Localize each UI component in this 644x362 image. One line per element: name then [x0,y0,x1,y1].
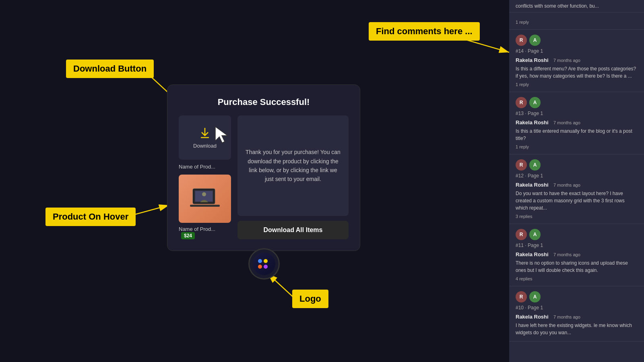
comment-12-meta: #12 · Page 1 [516,173,638,179]
comment-11-meta: #11 · Page 1 [516,243,638,248]
product-hover-card[interactable] [179,175,231,223]
price-badge: $24 [181,232,195,239]
sidebar-top-text: conflicts with some other function, bu..… [509,0,644,12]
comment-13-time: 7 months ago [553,120,580,125]
product-image [179,175,231,223]
comment-12-author: Rakela Roshi [516,182,549,188]
download-button[interactable]: Download [179,115,231,160]
product-name-top: Name of Prod... [179,164,231,170]
comment-13-author-line: Rakela Roshi 7 months ago [516,119,638,126]
avatar-g-13: A [529,97,541,108]
comment-14-author: Rakela Roshi [516,57,549,63]
comment-11-avatars: R A [516,229,638,240]
modal-body: Download Name of Prod... [179,115,349,239]
avatar-r: R [516,35,527,46]
avatar-g-10: A [529,291,541,302]
sidebar-comment-13[interactable]: R A #13 · Page 1 Rakela Roshi 7 months a… [509,92,644,154]
avatar-g-12: A [529,159,541,171]
comment-12-text: Do you want to have the exact layout her… [516,190,638,212]
comment-10-author: Rakela Roshi [516,314,549,320]
purchase-modal: Purchase Successful! Download Name of Pr… [167,84,360,251]
download-icon [198,126,211,141]
product-on-hover-annotation: Product On Hover [45,208,136,226]
avatar-g-11: A [529,229,541,240]
sidebar-reply-count-top: 1 reply [509,12,644,30]
comment-13-meta: #13 · Page 1 [516,111,638,116]
logo [253,253,275,275]
logo-container[interactable] [250,249,279,278]
comment-13-avatars: R A [516,97,638,108]
comment-14-meta: #14 · Page 1 [516,48,638,54]
download-button-annotation: Download Button [66,60,154,78]
reply-count-top: 1 reply [516,20,638,25]
comment-10-meta: #10 · Page 1 [516,305,638,311]
comment-11-author-line: Rakela Roshi 7 months ago [516,251,638,258]
download-all-button[interactable]: Download All Items [237,221,349,239]
sidebar-comment-12[interactable]: R A #12 · Page 1 Rakela Roshi 7 months a… [509,154,644,224]
comment-14-avatars: R A [516,35,638,46]
logo-dot-orange [258,265,262,269]
avatar-r-10: R [516,291,527,302]
comment-11-author: Rakela Roshi [516,251,549,257]
logo-dots [258,259,270,269]
logo-dot-purple [264,265,268,269]
comment-14-time: 7 months ago [553,58,580,63]
find-comments-annotation: Find comments here ... [369,22,480,41]
modal-title: Purchase Successful! [179,97,349,107]
sidebar-comment-14[interactable]: R A #14 · Page 1 Rakela Roshi 7 months a… [509,30,644,92]
comment-14-author-line: Rakela Roshi 7 months ago [516,56,638,64]
logo-dot-yellow [264,259,268,263]
avatar-g: A [529,35,541,46]
comment-12-replies: 3 replies [516,214,638,219]
comment-13-replies: 1 reply [516,144,638,149]
modal-left-column: Download Name of Prod... [179,115,231,239]
comment-14-text: Is this a different menu? Are those the … [516,65,638,80]
comment-12-author-line: Rakela Roshi 7 months ago [516,181,638,188]
comments-sidebar: conflicts with some other function, bu..… [509,0,644,362]
avatar-r-12: R [516,159,527,171]
product-name-bottom: Name of Prod... $24 [179,226,231,239]
avatar-r-11: R [516,229,527,240]
comment-10-text: I have left here the existing widgets. l… [516,322,638,336]
comment-10-author-line: Rakela Roshi 7 months ago [516,313,638,320]
avatar-r-13: R [516,97,527,108]
comment-11-text: There is no option to sharing icons and … [516,259,638,274]
comment-14-replies: 1 reply [516,82,638,87]
sidebar-comment-10[interactable]: R A #10 · Page 1 Rakela Roshi 7 months a… [509,286,644,341]
modal-body-text: Thank you for your purchase! You can dow… [244,148,342,184]
svg-point-11 [202,192,206,196]
comment-10-avatars: R A [516,291,638,302]
sidebar-comment-11[interactable]: R A #11 · Page 1 Rakela Roshi 7 months a… [509,224,644,286]
modal-right-column: Thank you for your purchase! You can dow… [237,115,349,239]
comment-10-time: 7 months ago [553,315,580,319]
comment-11-time: 7 months ago [553,252,580,257]
comment-13-author: Rakela Roshi [516,119,549,125]
comment-12-time: 7 months ago [553,183,580,187]
modal-text-box: Thank you for your purchase! You can dow… [237,115,349,216]
comment-13-text: Is this a title entered manually for the… [516,128,638,142]
svg-rect-10 [190,205,220,207]
download-label: Download [193,143,217,149]
comment-11-replies: 4 replies [516,276,638,281]
logo-dot-blue [258,259,262,263]
logo-annotation: Logo [292,290,328,308]
comment-12-avatars: R A [516,159,638,171]
